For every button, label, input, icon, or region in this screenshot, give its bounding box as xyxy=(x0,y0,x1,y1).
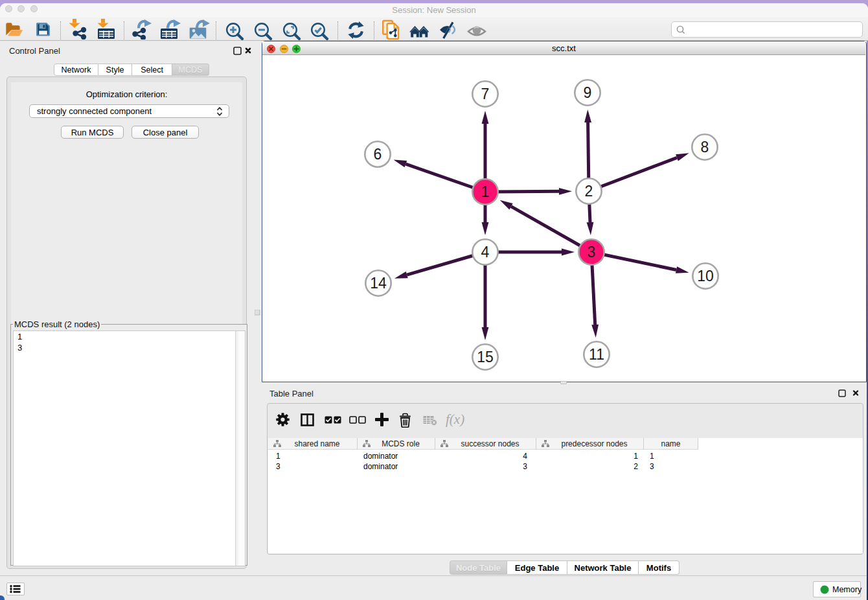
svg-text:14: 14 xyxy=(370,275,387,292)
svg-text:1: 1 xyxy=(481,183,490,200)
svg-text:3: 3 xyxy=(588,244,596,260)
svg-text:10: 10 xyxy=(697,268,714,284)
svg-text:9: 9 xyxy=(584,84,592,101)
svg-text:15: 15 xyxy=(477,349,494,365)
svg-text:11: 11 xyxy=(589,346,604,363)
svg-text:4: 4 xyxy=(481,244,490,260)
svg-text:2: 2 xyxy=(585,183,593,200)
svg-text:7: 7 xyxy=(481,86,490,102)
svg-text:8: 8 xyxy=(701,139,709,156)
svg-text:6: 6 xyxy=(374,146,382,163)
